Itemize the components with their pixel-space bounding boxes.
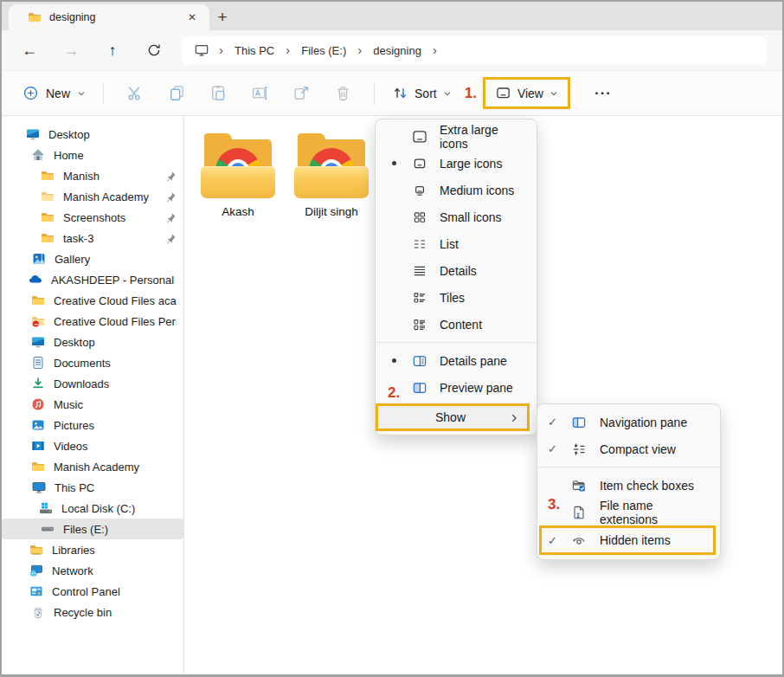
view-menu-item-show[interactable]: Show [376, 403, 530, 431]
view-button[interactable]: View [483, 77, 570, 109]
monitor-icon [194, 42, 209, 58]
drive-icon [41, 522, 55, 536]
show-submenu: ✓Navigation pane✓Compact viewItem check … [537, 403, 721, 560]
paste-button[interactable] [197, 78, 239, 109]
rename-button[interactable] [239, 78, 280, 109]
cut-icon [126, 84, 145, 102]
close-tab-icon[interactable]: ✕ [183, 10, 201, 25]
list-icon [412, 236, 429, 252]
share-button[interactable] [280, 78, 322, 109]
large-icons-icon [412, 156, 429, 171]
sidebar-item-libraries[interactable]: Libraries [2, 539, 183, 560]
view-button-label: View [517, 87, 543, 100]
content-icon [412, 317, 429, 332]
new-tab-button[interactable]: + [209, 4, 235, 30]
sidebar-item-downloads[interactable]: Downloads [2, 373, 183, 394]
show-label: Show [378, 410, 466, 424]
network-icon [29, 564, 44, 577]
desktop-icon [31, 335, 46, 349]
control-panel-icon [29, 584, 44, 598]
breadcrumb-item-files-e[interactable]: Files (E:) [298, 41, 350, 61]
sidebar-item-screenshots[interactable]: Screenshots [2, 207, 183, 228]
view-menu-item-tiles[interactable]: Tiles [376, 284, 537, 311]
new-button[interactable]: New [16, 80, 93, 106]
sidebar-item-music[interactable]: Music [2, 394, 183, 415]
folder-front [294, 166, 369, 198]
file-name-extensions-icon [571, 505, 588, 520]
folder-tile-akash[interactable]: Akash [196, 132, 280, 218]
sidebar-item-documents[interactable]: Documents [2, 352, 183, 373]
tab-designing[interactable]: designing ✕ [9, 4, 209, 30]
menu-separator [376, 342, 537, 343]
view-menu-item-details-pane[interactable]: Details pane [376, 347, 537, 374]
folder-icon [31, 460, 46, 474]
view-menu-item-medium-icons[interactable]: Medium icons [376, 177, 537, 203]
sidebar-item-desktop[interactable]: Desktop [2, 332, 183, 352]
breadcrumb-item-designing[interactable]: designing [370, 41, 425, 61]
sidebar-item-home[interactable]: Home [2, 145, 183, 165]
folder-empty-icon [41, 190, 55, 203]
view-menu-item-extra-large-icons[interactable]: Extra large icons [376, 123, 537, 150]
sidebar-item-task-3[interactable]: task-3 [2, 228, 183, 248]
up-button[interactable]: ↑ [97, 35, 128, 65]
folder-with-chrome-icon [198, 132, 278, 198]
show-submenu-item-item-check-boxes[interactable]: Item check boxes [537, 472, 720, 499]
tiles-icon [412, 290, 429, 306]
address-bar[interactable]: ›This PC›Files (E:)›designing› [182, 36, 767, 65]
tab-title: designing [49, 11, 176, 23]
copy-button[interactable] [156, 78, 197, 109]
sidebar-item-gallery[interactable]: Gallery [2, 248, 183, 269]
cc-folder-icon [31, 314, 46, 328]
view-menu-item-large-icons[interactable]: Large icons [376, 150, 537, 177]
breadcrumb: ›This PC›Files (E:)›designing› [211, 41, 445, 61]
sidebar-item-files-e[interactable]: Files (E:) [2, 519, 183, 539]
sidebar-item-label: Gallery [55, 253, 90, 266]
sidebar-item-label: Manish Academy [63, 190, 149, 203]
view-menu-item-small-icons[interactable]: Small icons [376, 203, 537, 230]
sidebar-item-control-panel[interactable]: Control Panel [2, 581, 183, 602]
forward-button[interactable]: → [55, 35, 87, 65]
menu-item-label: Preview pane [440, 381, 513, 395]
sidebar-item-videos[interactable]: Videos [2, 435, 183, 456]
details-icon [412, 263, 429, 279]
menu-item-label: List [440, 237, 459, 251]
back-button[interactable]: ← [14, 35, 45, 65]
sidebar-item-network[interactable]: Network [2, 560, 183, 581]
show-submenu-item-navigation-pane[interactable]: ✓Navigation pane [537, 409, 720, 435]
thispc-icon [32, 480, 47, 494]
sidebar-item-label: Documents [54, 357, 111, 370]
sidebar-item-desktop[interactable]: Desktop [2, 124, 183, 145]
sidebar-item-this-pc[interactable]: This PC [2, 477, 183, 498]
breadcrumb-item-this-pc[interactable]: This PC [231, 41, 278, 61]
view-menu-item-list[interactable]: List [376, 230, 537, 257]
cut-button[interactable] [114, 78, 156, 109]
delete-button[interactable] [322, 78, 363, 109]
sidebar-item-akashdeep-personal[interactable]: AKASHDEEP - Personal [2, 269, 183, 290]
sidebar-item-manish-academy[interactable]: Manish Academy [2, 456, 183, 477]
show-submenu-item-hidden-items[interactable]: ✓Hidden items [539, 525, 716, 555]
sidebar-item-recycle-bin[interactable]: Recycle bin [2, 602, 183, 622]
item-check-boxes-icon [571, 478, 588, 493]
refresh-button[interactable] [138, 35, 170, 65]
sidebar-item-pictures[interactable]: Pictures [2, 415, 183, 435]
folder-tile-diljit-singh[interactable]: Diljit singh [290, 132, 373, 218]
sidebar-item-local-disk-c[interactable]: Local Disk (C:) [2, 498, 183, 519]
view-menu-item-details[interactable]: Details [376, 257, 537, 284]
sidebar-item-creative-cloud-files-academ[interactable]: Creative Cloud Files academ [2, 290, 183, 311]
sidebar-item-manish-academy[interactable]: Manish Academy [2, 186, 183, 207]
pictures-icon [31, 418, 46, 432]
menu-item-label: Large icons [440, 157, 502, 171]
sidebar-item-label: Manish [63, 170, 100, 183]
pin-icon [165, 171, 177, 182]
show-submenu-item-file-name-extensions[interactable]: File name extensions [537, 499, 720, 525]
sort-button[interactable]: Sort [387, 80, 457, 106]
sidebar-item-manish[interactable]: Manish [2, 165, 183, 186]
view-icon [495, 85, 511, 101]
sidebar-item-creative-cloud-files-personal[interactable]: Creative Cloud Files Personal [2, 311, 183, 332]
see-more-button[interactable]: ··· [588, 81, 619, 106]
folder-icon [28, 10, 42, 24]
recycle-icon [31, 605, 46, 619]
checkmark-icon: ✓ [548, 534, 571, 547]
view-menu-item-content[interactable]: Content [376, 311, 537, 338]
show-submenu-item-compact-view[interactable]: ✓Compact view [537, 435, 720, 462]
